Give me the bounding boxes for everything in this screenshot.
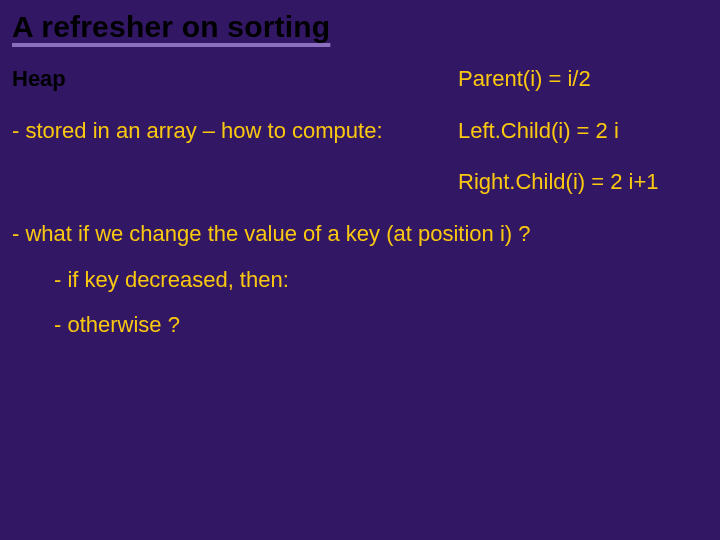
formula-leftchild: Left.Child(i) = 2 i (458, 116, 708, 146)
row-array: - stored in an array – how to compute: L… (12, 110, 708, 162)
slide-title: A refresher on sorting (12, 10, 708, 44)
bullet-stored-array: - stored in an array – how to compute: (12, 116, 432, 146)
row-rightchild: Right.Child(i) = 2 i+1 (12, 161, 708, 213)
row-heap: Heap Parent(i) = i/2 (12, 58, 708, 110)
formula-rightchild: Right.Child(i) = 2 i+1 (458, 167, 708, 197)
sub-key-decreased: - if key decreased, then: (54, 265, 708, 295)
slide: A refresher on sorting Heap Parent(i) = … (0, 0, 720, 540)
formula-parent: Parent(i) = i/2 (458, 64, 708, 94)
sub-otherwise: - otherwise ? (54, 310, 708, 340)
heap-heading: Heap (12, 64, 432, 94)
question-change-key: - what if we change the value of a key (… (12, 219, 708, 249)
